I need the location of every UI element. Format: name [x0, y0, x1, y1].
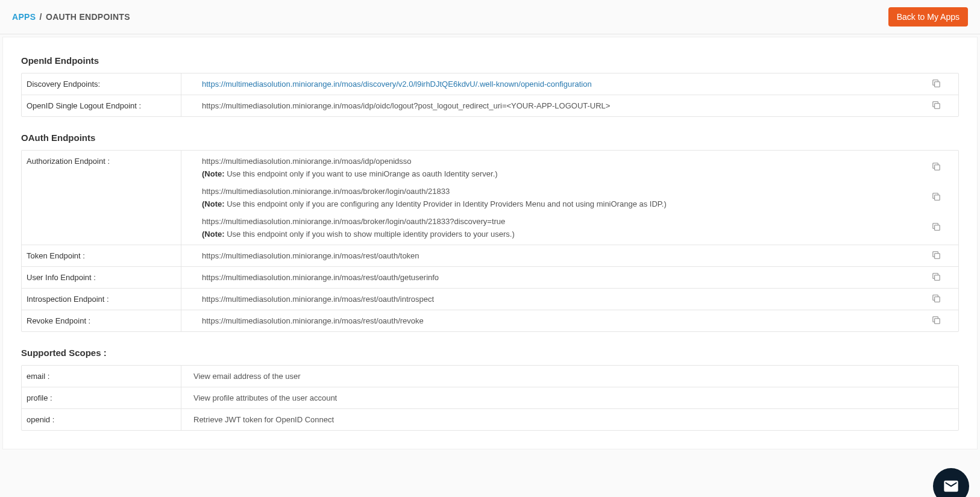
table-row: Discovery Endpoints: https://multimedias… [22, 73, 958, 95]
row-value: https://multimediasolution.miniorange.in… [181, 310, 958, 331]
row-label: User Info Endpoint : [22, 267, 181, 288]
table-row: User Info Endpoint : https://multimedias… [22, 267, 958, 289]
logout-endpoint-url: https://multimediasolution.miniorange.in… [202, 101, 610, 110]
row-value: https://multimediasolution.miniorange.in… [181, 73, 958, 95]
introspection-endpoint-url: https://multimediasolution.miniorange.in… [202, 295, 434, 304]
scopes-table: email : View email address of the user p… [21, 365, 959, 431]
auth-endpoint-url: https://multimediasolution.miniorange.in… [202, 217, 505, 226]
auth-endpoint-block: https://multimediasolution.miniorange.in… [202, 217, 916, 239]
row-label: Token Endpoint : [22, 245, 181, 266]
discovery-endpoint-link[interactable]: https://multimediasolution.miniorange.in… [202, 80, 592, 89]
row-value: https://multimediasolution.miniorange.in… [181, 151, 958, 245]
revoke-endpoint-url: https://multimediasolution.miniorange.in… [202, 316, 424, 325]
copy-icon[interactable] [931, 78, 941, 90]
row-value: View email address of the user [181, 366, 958, 387]
svg-rect-2 [935, 165, 940, 170]
copy-icon[interactable] [931, 272, 941, 284]
row-value: View profile attributes of the user acco… [181, 387, 958, 408]
row-value: Retrieve JWT token for OpenID Connect [181, 409, 958, 430]
table-row: profile : View profile attributes of the… [22, 387, 958, 409]
oauth-table: Authorization Endpoint : https://multime… [21, 150, 959, 332]
openid-section-title: OpenId Endpoints [21, 55, 959, 66]
svg-rect-3 [935, 195, 940, 201]
scopes-section-title: Supported Scopes : [21, 348, 959, 358]
auth-endpoint-url: https://multimediasolution.miniorange.in… [202, 187, 450, 196]
row-value: https://multimediasolution.miniorange.in… [181, 245, 958, 266]
auth-endpoint-note: (Note: Use this endpoint only if you wis… [202, 230, 916, 239]
row-label: openid : [22, 409, 181, 430]
svg-rect-5 [935, 253, 940, 258]
copy-icon[interactable] [931, 192, 941, 204]
svg-rect-7 [935, 296, 940, 302]
scopes-section: Supported Scopes : email : View email ad… [21, 348, 959, 431]
copy-icon[interactable] [931, 161, 941, 173]
table-row: openid : Retrieve JWT token for OpenID C… [22, 409, 958, 430]
content-area: OpenId Endpoints Discovery Endpoints: ht… [2, 37, 978, 449]
table-row: Revoke Endpoint : https://multimediasolu… [22, 310, 958, 331]
copy-icon[interactable] [931, 315, 941, 327]
token-endpoint-url: https://multimediasolution.miniorange.in… [202, 251, 419, 260]
row-label: OpenID Single Logout Endpoint : [22, 95, 181, 116]
svg-rect-1 [935, 103, 940, 108]
row-value: https://multimediasolution.miniorange.in… [181, 289, 958, 310]
row-label: Authorization Endpoint : [22, 151, 181, 245]
openid-section: OpenId Endpoints Discovery Endpoints: ht… [21, 55, 959, 117]
auth-endpoint-block: https://multimediasolution.miniorange.in… [202, 187, 916, 208]
table-row: Introspection Endpoint : https://multime… [22, 289, 958, 310]
userinfo-endpoint-url: https://multimediasolution.miniorange.in… [202, 273, 439, 282]
auth-endpoint-url: https://multimediasolution.miniorange.in… [202, 157, 412, 166]
copy-icon[interactable] [931, 100, 941, 112]
oauth-section: OAuth Endpoints Authorization Endpoint :… [21, 133, 959, 332]
copy-icon[interactable] [931, 222, 941, 234]
svg-rect-6 [935, 275, 940, 280]
back-to-my-apps-button[interactable]: Back to My Apps [888, 7, 968, 27]
row-label: profile : [22, 387, 181, 408]
row-label: email : [22, 366, 181, 387]
openid-table: Discovery Endpoints: https://multimedias… [21, 73, 959, 117]
row-value: https://multimediasolution.miniorange.in… [181, 95, 958, 116]
table-row: email : View email address of the user [22, 366, 958, 387]
row-label: Introspection Endpoint : [22, 289, 181, 310]
header-bar: APPS / OAUTH ENDPOINTS Back to My Apps [0, 0, 980, 34]
table-row: Token Endpoint : https://multimediasolut… [22, 245, 958, 267]
svg-rect-0 [935, 81, 940, 87]
row-label: Revoke Endpoint : [22, 310, 181, 331]
table-row: Authorization Endpoint : https://multime… [22, 151, 958, 245]
row-value: https://multimediasolution.miniorange.in… [181, 267, 958, 288]
auth-endpoint-block: https://multimediasolution.miniorange.in… [202, 157, 916, 178]
oauth-section-title: OAuth Endpoints [21, 133, 959, 143]
breadcrumb-current: OAUTH ENDPOINTS [46, 12, 130, 22]
breadcrumb: APPS / OAUTH ENDPOINTS [12, 12, 130, 22]
row-label: Discovery Endpoints: [22, 73, 181, 95]
table-row: OpenID Single Logout Endpoint : https://… [22, 95, 958, 116]
copy-icon[interactable] [931, 250, 941, 262]
auth-endpoint-note: (Note: Use this endpoint only if you are… [202, 199, 916, 208]
svg-rect-8 [935, 318, 940, 324]
copy-icon[interactable] [931, 293, 941, 305]
svg-rect-4 [935, 225, 940, 231]
breadcrumb-apps-link[interactable]: APPS [12, 12, 36, 22]
auth-endpoint-note: (Note: Use this endpoint only if you wan… [202, 169, 916, 178]
breadcrumb-separator: / [40, 12, 42, 22]
